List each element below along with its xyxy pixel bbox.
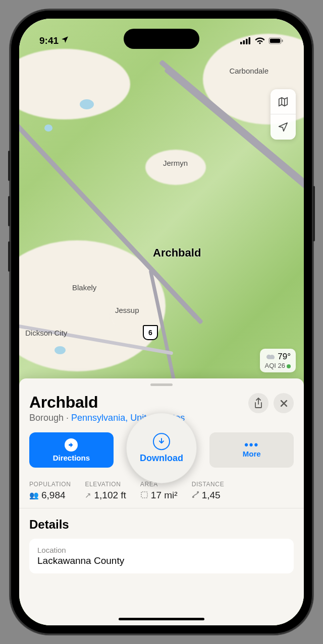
route-shield: 6 xyxy=(143,325,158,340)
aqi-dot-icon xyxy=(287,364,291,368)
directions-button[interactable]: Directions xyxy=(29,432,114,468)
cloud-icon xyxy=(266,352,276,362)
download-button[interactable]: Download xyxy=(126,413,197,483)
arrow-up-right-icon: ↗ xyxy=(85,491,91,500)
download-icon xyxy=(153,433,170,450)
map-controls xyxy=(271,89,296,140)
details-heading: Details xyxy=(29,518,294,532)
home-indicator[interactable] xyxy=(119,618,204,620)
ellipsis-icon: ••• xyxy=(244,442,259,447)
svg-rect-1 xyxy=(243,40,245,44)
stat-area: AREA 17 mi² xyxy=(140,481,192,501)
svg-rect-5 xyxy=(270,39,280,43)
map-mode-button[interactable] xyxy=(271,89,296,114)
svg-rect-0 xyxy=(240,42,242,44)
area-icon xyxy=(140,491,148,500)
more-label: More xyxy=(243,449,261,458)
details-location-value: Lackawanna County xyxy=(37,555,286,566)
close-button[interactable] xyxy=(274,393,294,413)
svg-point-9 xyxy=(197,492,198,493)
svg-rect-3 xyxy=(249,37,251,44)
more-button[interactable]: ••• More xyxy=(209,432,294,468)
weather-badge[interactable]: 79° AQI 26 xyxy=(260,349,296,372)
sheet-grabber[interactable] xyxy=(150,383,173,386)
weather-temp: 79° xyxy=(278,352,291,362)
map-label-archbald: Archbald xyxy=(153,246,201,260)
stat-elevation: ELEVATION ↗1,102 ft xyxy=(85,481,140,501)
map-label-jermyn: Jermyn xyxy=(163,159,188,167)
map-label-blakely: Blakely xyxy=(72,283,96,292)
battery-icon xyxy=(268,37,284,44)
details-card: Location Lackawanna County xyxy=(29,539,294,573)
weather-aqi: AQI 26 xyxy=(265,362,285,369)
cellular-icon xyxy=(240,37,251,44)
place-title: Archbald xyxy=(29,393,243,412)
map-label-carbondale: Carbondale xyxy=(229,67,268,75)
wifi-icon xyxy=(255,37,265,45)
map-label-dickson: Dickson City xyxy=(25,329,67,337)
download-label: Download xyxy=(140,453,183,464)
directions-icon xyxy=(65,438,78,452)
dynamic-island xyxy=(124,29,199,49)
map-label-jessup: Jessup xyxy=(115,306,139,314)
place-sheet: Archbald Borough · Pennsylvania, United … xyxy=(19,378,304,625)
share-button[interactable] xyxy=(248,393,268,413)
people-icon: 👥 xyxy=(29,491,39,500)
directions-label: Directions xyxy=(53,454,90,462)
svg-rect-2 xyxy=(246,39,248,44)
svg-rect-7 xyxy=(141,492,147,498)
stat-distance: DISTANCE 1,45 xyxy=(192,481,225,501)
details-location-label: Location xyxy=(37,546,286,554)
route-icon xyxy=(192,491,199,500)
status-time: 9:41 xyxy=(39,35,59,46)
svg-rect-6 xyxy=(282,40,283,42)
svg-point-8 xyxy=(192,496,193,497)
place-subtitle: Borough · Pennsylvania, United States xyxy=(29,413,243,423)
locate-me-button[interactable] xyxy=(271,114,296,140)
location-services-icon xyxy=(61,35,69,46)
stat-population: POPULATION 👥6,984 xyxy=(29,481,85,501)
